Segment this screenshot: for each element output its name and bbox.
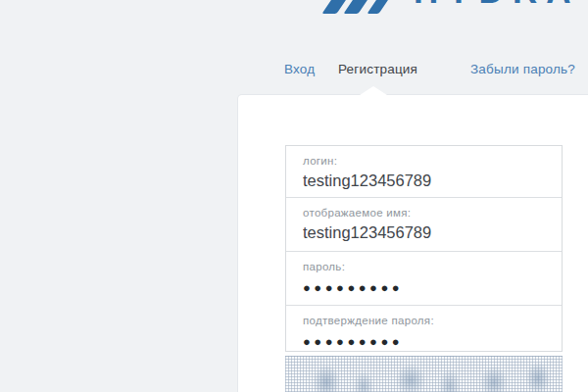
captcha-image[interactable] (285, 356, 563, 392)
auth-tabs: Вход Регистрация Забыли пароль? (0, 62, 588, 79)
tab-forgot-password[interactable]: Забыли пароль? (470, 62, 575, 76)
display-name-input[interactable] (303, 223, 548, 242)
password-confirm-field-row[interactable]: подтверждение пароля: (286, 305, 562, 351)
password-input[interactable] (303, 280, 548, 295)
display-name-field-row[interactable]: отображаемое имя: (286, 197, 562, 251)
tab-login[interactable]: Вход (284, 62, 315, 76)
password-confirm-label: подтверждение пароля: (303, 315, 548, 326)
registration-panel: логин: отображаемое имя: пароль: подтвер… (238, 95, 588, 392)
login-input[interactable] (303, 172, 548, 190)
registration-form: логин: отображаемое имя: пароль: подтвер… (285, 145, 563, 352)
login-field-row[interactable]: логин: (286, 146, 562, 197)
password-label: пароль: (303, 261, 548, 272)
registration-page: HYDRA Вход Регистрация Забыли пароль? ло… (0, 0, 588, 392)
site-logo: HYDRA (0, 0, 588, 16)
logo-text: HYDRA (414, 0, 579, 14)
password-field-row[interactable]: пароль: (286, 251, 562, 305)
panel-notch (360, 86, 387, 95)
login-label: логин: (303, 155, 548, 167)
password-confirm-input[interactable] (303, 334, 548, 349)
tab-registration[interactable]: Регистрация (338, 62, 417, 76)
hydra-stripes-icon (323, 0, 400, 14)
display-name-label: отображаемое имя: (303, 207, 548, 219)
logo-inner: HYDRA (323, 0, 579, 14)
